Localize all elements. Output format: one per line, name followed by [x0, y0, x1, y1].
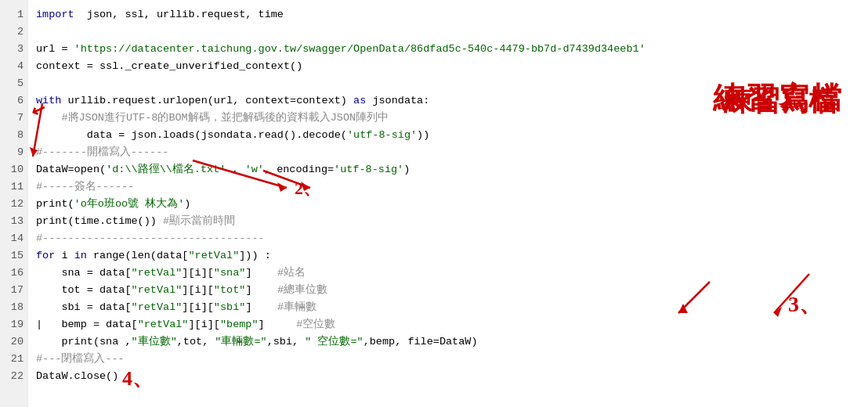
code-line-19: | bemp = data["retVal"][i]["bemp"] #空位數	[36, 316, 860, 333]
code-line-8: data = json.loads(jsondata.read().decode…	[36, 127, 860, 144]
annotation-2: 2、	[295, 177, 320, 200]
code-line-1: import json, ssl, urllib.request, time	[36, 6, 860, 23]
code-line-4: context = ssl._create_unverified_context…	[36, 58, 860, 75]
annotation-3: 3、	[788, 290, 821, 319]
line-numbers: 1 2 3 4 5 6 7 8 9 10 11 12 13 14 15 16 1…	[0, 0, 28, 407]
code-line-22: DataW.close()	[36, 368, 860, 385]
code-area: import json, ssl, urllib.request, time u…	[28, 0, 868, 407]
code-line-15: for i in range(len(data["retVal"])) :	[36, 247, 860, 265]
code-line-2	[36, 23, 860, 41]
code-line-21: #---閉檔寫入---	[36, 351, 860, 368]
annotation-4: 4、	[122, 365, 153, 392]
code-line-13: print(time.ctime()) #顯示當前時間	[36, 213, 860, 230]
code-line-14: #-----------------------------------	[36, 230, 860, 247]
code-line-16: sna = data["retVal"][i]["sna"] #站名	[36, 265, 860, 282]
main-title: 練習寫檔	[713, 78, 844, 118]
code-line-18: sbi = data["retVal"][i]["sbi"] #車輛數	[36, 299, 860, 316]
code-line-11: #-----簽名------	[36, 178, 860, 196]
code-line-9: #-------開檔寫入------	[36, 144, 860, 161]
code-line-10: DataW=open('d:\\路徑\\檔名.txt' , 'w', encod…	[36, 161, 860, 178]
code-line-3: url = 'https://datacenter.taichung.gov.t…	[36, 41, 860, 58]
code-line-17: tot = data["retVal"][i]["tot"] #總車位數	[36, 282, 860, 299]
code-line-20: print(sna ,"車位數",tot, "車輛數=",sbi, " 空位數=…	[36, 333, 860, 351]
code-container: 1 2 3 4 5 6 7 8 9 10 11 12 13 14 15 16 1…	[0, 0, 868, 407]
code-line-12: print('o年o班oo號 林大為')	[36, 196, 860, 213]
